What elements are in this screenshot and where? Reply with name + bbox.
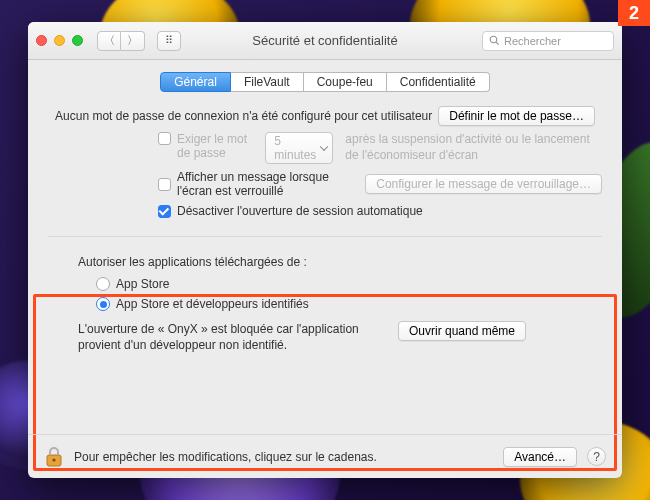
titlebar: 〈 〉 ⠿ Sécurité et confidentialité Recher… [28, 22, 622, 60]
tab-firewall[interactable]: Coupe-feu [304, 72, 387, 92]
minimize-window-button[interactable] [54, 35, 65, 46]
no-password-text: Aucun mot de passe de connexion n'a été … [55, 109, 432, 123]
footer: Pour empêcher les modifications, cliquez… [28, 434, 622, 478]
show-lock-message-checkbox[interactable] [158, 178, 171, 191]
radio-identified-developers[interactable] [96, 297, 110, 311]
step-badge: 2 [618, 0, 650, 26]
help-button[interactable]: ? [587, 447, 606, 466]
search-icon [489, 35, 500, 46]
zoom-window-button[interactable] [72, 35, 83, 46]
require-password-suffix: après la suspension d'activité ou le lan… [345, 132, 602, 163]
chevron-right-icon: 〉 [127, 33, 138, 48]
chevron-left-icon: 〈 [104, 33, 115, 48]
show-lock-message-label: Afficher un message lorsque l'écran est … [177, 170, 353, 198]
tab-bar: Général FileVault Coupe-feu Confidential… [28, 72, 622, 92]
tab-privacy[interactable]: Confidentialité [387, 72, 490, 92]
svg-point-1 [52, 458, 55, 461]
window-body: Général FileVault Coupe-feu Confidential… [28, 60, 622, 478]
set-password-button[interactable]: Définir le mot de passe… [438, 106, 595, 126]
require-password-label: Exiger le mot de passe [177, 132, 259, 160]
tab-general[interactable]: Général [160, 72, 231, 92]
set-lock-message-button[interactable]: Configurer le message de verrouillage… [365, 174, 602, 194]
search-input[interactable]: Rechercher [482, 31, 614, 51]
nav-back-forward: 〈 〉 [97, 31, 145, 51]
advanced-button[interactable]: Avancé… [503, 447, 577, 467]
disable-autologin-checkbox[interactable] [158, 205, 171, 218]
disable-autologin-label: Désactiver l'ouverture de session automa… [177, 204, 423, 218]
gatekeeper-section: Autoriser les applications téléchargées … [48, 237, 602, 365]
open-anyway-button[interactable]: Ouvrir quand même [398, 321, 526, 341]
general-section: Aucun mot de passe de connexion n'a été … [48, 106, 602, 237]
lock-icon[interactable] [44, 445, 64, 469]
search-placeholder: Rechercher [504, 35, 561, 47]
forward-button[interactable]: 〉 [121, 31, 145, 51]
tab-filevault[interactable]: FileVault [231, 72, 304, 92]
gatekeeper-heading: Autoriser les applications téléchargées … [78, 255, 588, 269]
radio-identified-developers-label: App Store et développeurs identifiés [116, 297, 309, 311]
preferences-window: 〈 〉 ⠿ Sécurité et confidentialité Recher… [28, 22, 622, 478]
gatekeeper-blocked-message: L'ouverture de « OnyX » est bloquée car … [78, 321, 388, 353]
radio-app-store-label: App Store [116, 277, 169, 291]
radio-app-store[interactable] [96, 277, 110, 291]
require-password-delay-popup[interactable]: 5 minutes [265, 132, 333, 164]
show-all-button[interactable]: ⠿ [157, 31, 181, 51]
lock-hint-text: Pour empêcher les modifications, cliquez… [74, 450, 377, 464]
grid-icon: ⠿ [165, 34, 173, 47]
window-controls [36, 35, 83, 46]
back-button[interactable]: 〈 [97, 31, 121, 51]
close-window-button[interactable] [36, 35, 47, 46]
require-password-checkbox[interactable] [158, 132, 171, 145]
